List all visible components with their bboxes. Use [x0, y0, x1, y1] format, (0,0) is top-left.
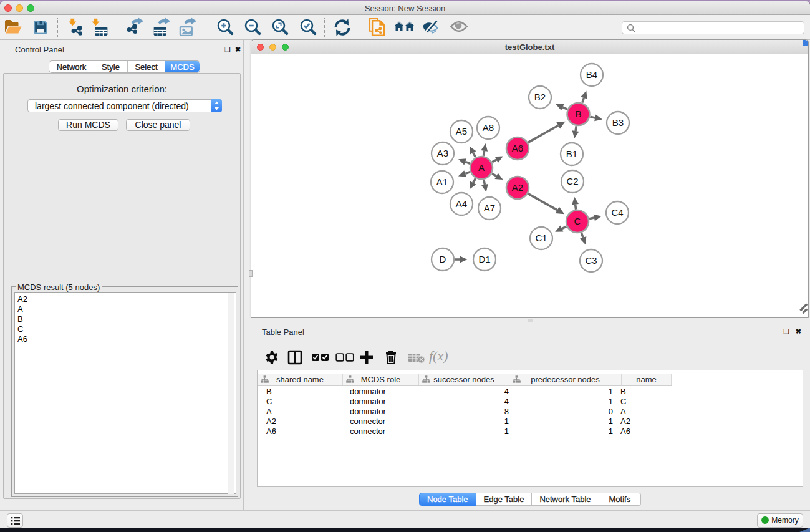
- svg-text:D1: D1: [478, 254, 490, 264]
- svg-text:B3: B3: [612, 117, 624, 128]
- svg-text:A4: A4: [456, 198, 467, 209]
- svg-text:A6: A6: [512, 143, 523, 153]
- svg-text:C3: C3: [585, 255, 597, 266]
- svg-text:C: C: [574, 216, 581, 226]
- svg-text:B1: B1: [566, 148, 577, 159]
- svg-text:A7: A7: [484, 203, 495, 213]
- svg-text:D: D: [440, 254, 446, 264]
- svg-text:A3: A3: [437, 148, 448, 158]
- svg-text:B4: B4: [586, 69, 597, 80]
- svg-text:B: B: [575, 109, 581, 119]
- svg-text:A: A: [478, 162, 485, 173]
- svg-text:C2: C2: [566, 176, 578, 186]
- svg-text:C1: C1: [535, 233, 547, 243]
- svg-text:C4: C4: [611, 207, 623, 218]
- svg-text:A1: A1: [436, 177, 448, 187]
- svg-text:A2: A2: [512, 182, 523, 193]
- svg-text:A5: A5: [456, 126, 467, 137]
- svg-text:B2: B2: [534, 92, 546, 102]
- svg-text:A8: A8: [483, 122, 494, 133]
